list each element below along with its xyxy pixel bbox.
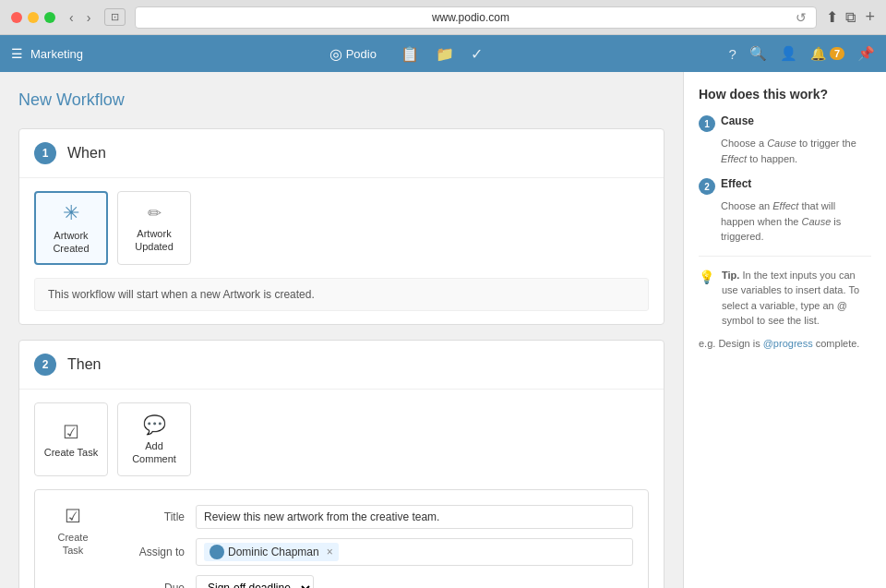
sidebar-step-1-num: 1 [699, 115, 715, 132]
browser-address-bar[interactable]: www.podio.com ↺ [135, 6, 817, 29]
browser-dot-red [11, 12, 22, 23]
when-section-header: 1 When [19, 129, 664, 178]
assign-avatar [210, 545, 224, 559]
when-card-grid: ✳ ArtworkCreated ✏ ArtworkUpdated [34, 191, 649, 265]
browser-tab-button[interactable]: ⧉ [845, 8, 856, 26]
task-form-fields: Title Assign to Dominic Chapman [111, 505, 633, 588]
podio-logo: ◎ Podio [329, 45, 377, 63]
browser-window-button[interactable]: ⊡ [104, 8, 126, 26]
header-nav-icons: 📋 📁 ✓ [401, 45, 483, 63]
add-comment-card[interactable]: 💬 AddComment [117, 402, 191, 476]
artwork-updated-label: ArtworkUpdated [135, 227, 174, 254]
artwork-created-label: ArtworkCreated [53, 229, 89, 256]
tip-text: Tip. In the text inputs you can use vari… [722, 268, 871, 329]
title-input[interactable] [196, 505, 633, 529]
pencil-icon: ✏ [148, 203, 162, 223]
browser-share-button[interactable]: ⬆ [826, 8, 838, 26]
due-select[interactable]: Sign-off deadline None Custom date [196, 575, 314, 588]
task-form: ☑ CreateTask Title Assign to [34, 489, 649, 588]
nav-tasks-icon[interactable]: ✓ [471, 45, 483, 63]
then-section-header: 2 Then [19, 341, 664, 390]
notification-group: 🔔 7 [810, 46, 844, 61]
when-step-number: 1 [34, 142, 56, 164]
sidebar-tip-row: 💡 Tip. In the text inputs you can use va… [699, 268, 871, 329]
workflow-description: This workflow will start when a new Artw… [34, 278, 649, 311]
app-name-label: Marketing [30, 47, 83, 61]
browser-dots [11, 12, 55, 23]
sidebar-step-2-num: 2 [699, 178, 715, 195]
help-icon[interactable]: ? [729, 46, 736, 62]
browser-dot-green [44, 12, 55, 23]
sidebar-step-1-desc: Choose a Cause to trigger the Effect to … [721, 136, 871, 166]
header-left: ☰ Marketing [11, 46, 83, 61]
browser-back-button[interactable]: ‹ [65, 8, 78, 27]
sidebar-step-2-title: Effect [721, 177, 751, 190]
create-task-label: Create Task [44, 447, 99, 458]
then-section: 2 Then ☑ Create Task 💬 AddComment [18, 340, 664, 588]
task-form-icon-label: CreateTask [57, 531, 88, 558]
create-task-card[interactable]: ☑ Create Task [34, 402, 108, 476]
at-var: @progress [763, 338, 813, 349]
notification-count: 7 [830, 47, 844, 60]
tip-bulb-icon: 💡 [699, 270, 714, 284]
browser-dot-yellow [28, 12, 39, 23]
assign-label: Assign to [111, 546, 185, 558]
assign-chip-remove[interactable]: × [327, 546, 333, 558]
when-section-title: When [67, 145, 106, 162]
assign-row: Assign to Dominic Chapman × [111, 538, 633, 566]
tip-label: Tip. [722, 270, 739, 281]
comment-icon: 💬 [143, 414, 166, 436]
title-label: Title [111, 510, 185, 523]
sidebar-divider [699, 256, 871, 257]
sidebar-step-1-header: 1 Cause [699, 114, 871, 132]
sidebar-step-2: 2 Effect Choose an Effect that will happ… [699, 177, 871, 245]
task-form-icon-col: ☑ CreateTask [50, 505, 96, 558]
user-icon[interactable]: 👤 [780, 45, 797, 62]
then-section-body: ☑ Create Task 💬 AddComment ☑ CreateTask [19, 390, 664, 588]
pin-icon[interactable]: 📌 [857, 45, 875, 62]
sidebar-step-2-desc: Choose an Effect that will happen when t… [721, 198, 871, 245]
main-layout: New Workflow 1 When ✳ ArtworkCreated ✏ A [0, 72, 886, 588]
sidebar-step-1: 1 Cause Choose a Cause to trigger the Ef… [699, 114, 871, 166]
artwork-created-icon: ✳ [63, 201, 79, 225]
browser-forward-button[interactable]: › [82, 8, 96, 27]
task-form-check-icon: ☑ [65, 505, 81, 527]
nav-files-icon[interactable]: 📁 [436, 45, 454, 63]
due-row: Due Sign-off deadline None Custom date [111, 575, 633, 588]
example-text: e.g. Design is @progress complete. [699, 336, 871, 352]
assign-field[interactable]: Dominic Chapman × [196, 538, 633, 566]
browser-nav: ‹ › [65, 8, 95, 27]
artwork-updated-card[interactable]: ✏ ArtworkUpdated [117, 191, 191, 265]
when-section-body: ✳ ArtworkCreated ✏ ArtworkUpdated This w… [19, 178, 664, 324]
browser-reload-button[interactable]: ↺ [796, 10, 807, 25]
podio-logo-text: Podio [346, 47, 377, 61]
main-content: New Workflow 1 When ✳ ArtworkCreated ✏ A [0, 72, 683, 588]
sidebar-title: How does this work? [699, 87, 871, 102]
add-comment-label: AddComment [132, 439, 176, 466]
browser-chrome: ‹ › ⊡ www.podio.com ↺ ⬆ ⧉ + [0, 0, 886, 35]
app-header: ☰ Marketing ◎ Podio 📋 📁 ✓ ? 🔍 👤 🔔 7 📌 [0, 35, 886, 72]
browser-address-text: www.podio.com [145, 11, 796, 24]
artwork-created-card[interactable]: ✳ ArtworkCreated [34, 191, 108, 265]
podio-logo-icon: ◎ [329, 45, 342, 63]
nav-apps-icon[interactable]: 📋 [401, 45, 419, 63]
browser-actions: ⬆ ⧉ [826, 8, 856, 26]
sidebar-step-2-header: 2 Effect [699, 177, 871, 195]
search-icon[interactable]: 🔍 [749, 45, 767, 62]
title-row: Title [111, 505, 633, 529]
then-section-title: Then [67, 356, 101, 373]
task-form-header: ☑ CreateTask Title Assign to [50, 505, 633, 588]
assign-person-name: Dominic Chapman [228, 546, 319, 558]
assign-chip: Dominic Chapman × [204, 543, 339, 561]
header-right: ? 🔍 👤 🔔 7 📌 [729, 45, 875, 62]
workflow-description-text: This workflow will start when a new Artw… [48, 288, 315, 301]
due-label: Due [111, 582, 185, 588]
sidebar: How does this work? 1 Cause Choose a Cau… [683, 72, 886, 588]
header-center: ◎ Podio 📋 📁 ✓ [83, 45, 728, 63]
menu-icon[interactable]: ☰ [11, 46, 23, 61]
then-step-number: 2 [34, 354, 56, 376]
browser-new-tab-button[interactable]: + [865, 7, 875, 27]
when-section: 1 When ✳ ArtworkCreated ✏ ArtworkUpdated [18, 128, 664, 325]
notification-bell-icon[interactable]: 🔔 [810, 46, 826, 61]
then-card-grid: ☑ Create Task 💬 AddComment [34, 402, 649, 476]
